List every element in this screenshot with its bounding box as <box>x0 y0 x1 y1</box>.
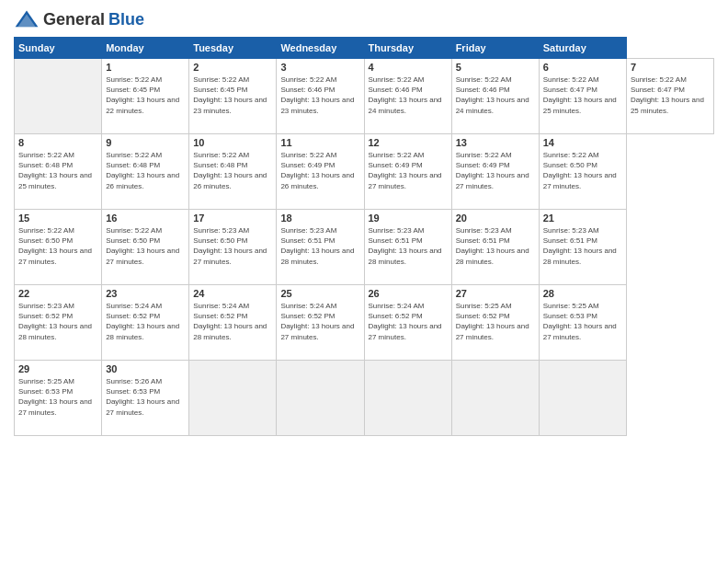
day-info: Sunrise: 5:23 AMSunset: 6:51 PMDaylight:… <box>456 225 535 267</box>
day-info: Sunrise: 5:24 AMSunset: 6:52 PMDaylight:… <box>280 301 359 342</box>
day-number: 18 <box>280 213 359 224</box>
calendar-cell: 26Sunrise: 5:24 AMSunset: 6:52 PMDayligh… <box>364 285 451 361</box>
weekday-header: Tuesday <box>189 38 277 59</box>
day-info: Sunrise: 5:24 AMSunset: 6:52 PMDaylight:… <box>106 301 185 342</box>
day-number: 21 <box>543 213 622 224</box>
day-info: Sunrise: 5:23 AMSunset: 6:51 PMDaylight:… <box>543 225 622 267</box>
weekday-header: Sunday <box>15 38 102 59</box>
logo-blue: Blue <box>108 10 144 29</box>
day-number: 2 <box>193 62 272 73</box>
weekday-header: Monday <box>102 38 189 59</box>
day-info: Sunrise: 5:22 AMSunset: 6:48 PMDaylight:… <box>106 150 185 191</box>
calendar-cell: 30Sunrise: 5:26 AMSunset: 6:53 PMDayligh… <box>102 361 189 436</box>
calendar-cell: 16Sunrise: 5:22 AMSunset: 6:50 PMDayligh… <box>102 210 189 285</box>
calendar-cell: 11Sunrise: 5:22 AMSunset: 6:49 PMDayligh… <box>277 134 364 210</box>
calendar-cell: 29Sunrise: 5:25 AMSunset: 6:53 PMDayligh… <box>15 361 102 436</box>
calendar-cell: 27Sunrise: 5:25 AMSunset: 6:52 PMDayligh… <box>451 285 539 361</box>
day-info: Sunrise: 5:25 AMSunset: 6:53 PMDaylight:… <box>18 376 97 418</box>
day-info: Sunrise: 5:22 AMSunset: 6:47 PMDaylight:… <box>631 75 710 116</box>
calendar-cell: 24Sunrise: 5:24 AMSunset: 6:52 PMDayligh… <box>189 285 277 361</box>
weekday-header: Wednesday <box>277 38 364 59</box>
calendar-cell: 3Sunrise: 5:22 AMSunset: 6:46 PMDaylight… <box>277 59 364 134</box>
day-number: 17 <box>193 213 272 224</box>
weekday-header: Friday <box>451 38 539 59</box>
calendar-cell <box>451 361 539 436</box>
day-number: 1 <box>106 62 185 73</box>
day-info: Sunrise: 5:25 AMSunset: 6:52 PMDaylight:… <box>456 301 535 342</box>
calendar-cell: 1Sunrise: 5:22 AMSunset: 6:45 PMDaylight… <box>102 59 189 134</box>
calendar-cell: 13Sunrise: 5:22 AMSunset: 6:49 PMDayligh… <box>451 134 539 210</box>
calendar-cell: 23Sunrise: 5:24 AMSunset: 6:52 PMDayligh… <box>102 285 189 361</box>
day-number: 5 <box>456 62 535 73</box>
calendar-cell <box>277 361 364 436</box>
day-info: Sunrise: 5:26 AMSunset: 6:53 PMDaylight:… <box>106 376 185 418</box>
calendar-cell: 8Sunrise: 5:22 AMSunset: 6:48 PMDaylight… <box>15 134 102 210</box>
day-number: 29 <box>18 363 97 374</box>
logo-general: General <box>43 10 105 29</box>
page: GeneralBlue SundayMondayTuesdayWednesday… <box>0 0 728 563</box>
weekday-header: Thursday <box>364 38 451 59</box>
day-number: 23 <box>106 288 185 299</box>
day-number: 9 <box>106 137 185 148</box>
calendar-table: SundayMondayTuesdayWednesdayThursdayFrid… <box>14 37 714 436</box>
day-info: Sunrise: 5:22 AMSunset: 6:50 PMDaylight:… <box>18 225 97 267</box>
day-number: 4 <box>369 62 448 73</box>
day-number: 11 <box>280 137 359 148</box>
day-info: Sunrise: 5:25 AMSunset: 6:53 PMDaylight:… <box>543 301 622 342</box>
calendar-cell <box>539 361 626 436</box>
day-number: 7 <box>631 62 710 73</box>
calendar-cell: 12Sunrise: 5:22 AMSunset: 6:49 PMDayligh… <box>364 134 451 210</box>
calendar-cell: 2Sunrise: 5:22 AMSunset: 6:45 PMDaylight… <box>189 59 277 134</box>
weekday-header: Saturday <box>539 38 626 59</box>
day-number: 26 <box>369 288 448 299</box>
day-info: Sunrise: 5:22 AMSunset: 6:46 PMDaylight:… <box>369 75 448 116</box>
calendar-cell: 19Sunrise: 5:23 AMSunset: 6:51 PMDayligh… <box>364 210 451 285</box>
calendar-cell: 7Sunrise: 5:22 AMSunset: 6:47 PMDaylight… <box>626 59 713 134</box>
calendar-cell <box>364 361 451 436</box>
day-info: Sunrise: 5:22 AMSunset: 6:47 PMDaylight:… <box>543 75 622 116</box>
calendar-cell: 20Sunrise: 5:23 AMSunset: 6:51 PMDayligh… <box>451 210 539 285</box>
day-info: Sunrise: 5:22 AMSunset: 6:45 PMDaylight:… <box>193 75 272 116</box>
day-number: 25 <box>280 288 359 299</box>
calendar-cell: 5Sunrise: 5:22 AMSunset: 6:46 PMDaylight… <box>451 59 539 134</box>
calendar-cell <box>189 361 277 436</box>
logo-icon <box>14 9 40 29</box>
logo: GeneralBlue <box>14 9 144 29</box>
calendar-cell: 22Sunrise: 5:23 AMSunset: 6:52 PMDayligh… <box>15 285 102 361</box>
header: GeneralBlue <box>14 9 714 29</box>
day-info: Sunrise: 5:23 AMSunset: 6:51 PMDaylight:… <box>280 225 359 267</box>
calendar-cell: 17Sunrise: 5:23 AMSunset: 6:50 PMDayligh… <box>189 210 277 285</box>
calendar-cell: 6Sunrise: 5:22 AMSunset: 6:47 PMDaylight… <box>539 59 626 134</box>
day-info: Sunrise: 5:23 AMSunset: 6:52 PMDaylight:… <box>18 301 97 342</box>
day-info: Sunrise: 5:22 AMSunset: 6:49 PMDaylight:… <box>456 150 535 191</box>
calendar-cell: 9Sunrise: 5:22 AMSunset: 6:48 PMDaylight… <box>102 134 189 210</box>
day-info: Sunrise: 5:22 AMSunset: 6:46 PMDaylight:… <box>456 75 535 116</box>
day-number: 24 <box>193 288 272 299</box>
day-number: 12 <box>369 137 448 148</box>
day-number: 3 <box>280 62 359 73</box>
day-number: 20 <box>456 213 535 224</box>
day-number: 13 <box>456 137 535 148</box>
day-number: 22 <box>18 288 97 299</box>
calendar-cell: 15Sunrise: 5:22 AMSunset: 6:50 PMDayligh… <box>15 210 102 285</box>
day-info: Sunrise: 5:22 AMSunset: 6:45 PMDaylight:… <box>106 75 185 116</box>
day-number: 16 <box>106 213 185 224</box>
calendar-cell <box>15 59 102 134</box>
day-info: Sunrise: 5:22 AMSunset: 6:49 PMDaylight:… <box>369 150 448 191</box>
day-info: Sunrise: 5:22 AMSunset: 6:48 PMDaylight:… <box>18 150 97 191</box>
day-number: 14 <box>543 137 622 148</box>
day-info: Sunrise: 5:23 AMSunset: 6:51 PMDaylight:… <box>369 225 448 267</box>
calendar-cell: 14Sunrise: 5:22 AMSunset: 6:50 PMDayligh… <box>539 134 626 210</box>
day-info: Sunrise: 5:23 AMSunset: 6:50 PMDaylight:… <box>193 225 272 267</box>
calendar-cell: 28Sunrise: 5:25 AMSunset: 6:53 PMDayligh… <box>539 285 626 361</box>
day-number: 28 <box>543 288 622 299</box>
day-number: 19 <box>369 213 448 224</box>
day-info: Sunrise: 5:24 AMSunset: 6:52 PMDaylight:… <box>369 301 448 342</box>
day-info: Sunrise: 5:22 AMSunset: 6:50 PMDaylight:… <box>543 150 622 191</box>
day-info: Sunrise: 5:24 AMSunset: 6:52 PMDaylight:… <box>193 301 272 342</box>
day-number: 30 <box>106 363 185 374</box>
calendar-cell: 18Sunrise: 5:23 AMSunset: 6:51 PMDayligh… <box>277 210 364 285</box>
calendar-cell: 25Sunrise: 5:24 AMSunset: 6:52 PMDayligh… <box>277 285 364 361</box>
calendar-cell: 4Sunrise: 5:22 AMSunset: 6:46 PMDaylight… <box>364 59 451 134</box>
day-number: 10 <box>193 137 272 148</box>
